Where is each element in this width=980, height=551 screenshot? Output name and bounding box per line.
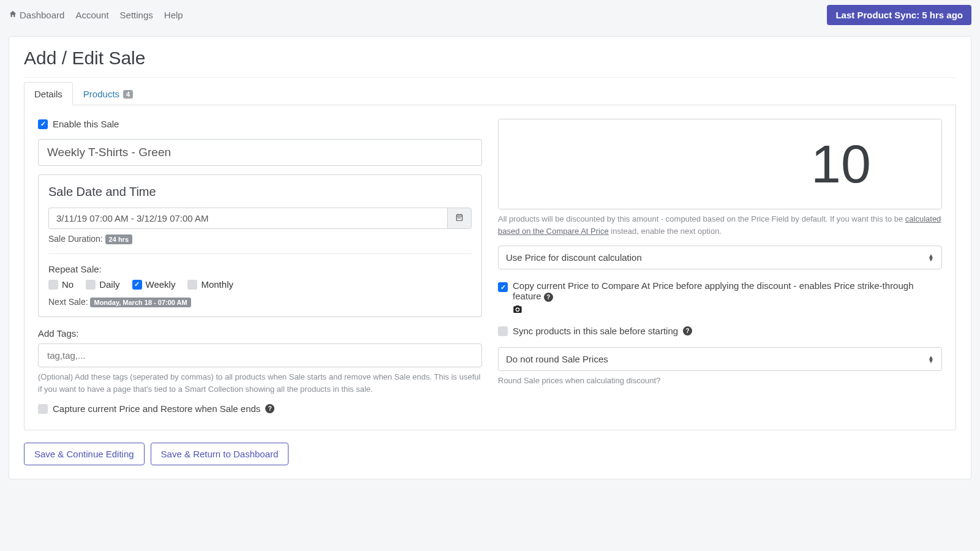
tab-products[interactable]: Products 4 [73, 82, 143, 105]
sync-products-label: Sync products in this sale before starti… [513, 326, 678, 336]
enable-sale-row: Enable this Sale [38, 119, 482, 129]
help-icon[interactable]: ? [544, 293, 553, 302]
capture-price-label: Capture current Price and Restore when S… [53, 403, 260, 414]
tags-label: Add Tags: [38, 328, 482, 339]
discount-help-pre: All products will be discounted by this … [498, 214, 905, 223]
nav-settings[interactable]: Settings [120, 10, 153, 20]
divider [48, 253, 472, 254]
next-sale-row: Next Sale: Monday, March 18 - 07:00 AM [48, 297, 472, 307]
round-select[interactable]: Do not round Sale Prices ▲▼ [498, 347, 942, 371]
left-column: Enable this Sale Sale Date and Time Sale… [38, 119, 482, 424]
enable-sale-label: Enable this Sale [53, 119, 119, 129]
repeat-monthly[interactable]: Monthly [187, 279, 233, 290]
discount-field: % [498, 119, 942, 209]
repeat-weekly-checkbox[interactable] [132, 280, 142, 290]
date-range-group [48, 208, 472, 229]
copy-compare-label-wrap: Copy current Price to Compare At Price b… [513, 280, 942, 316]
sync-products-row: Sync products in this sale before starti… [498, 326, 942, 336]
nav-account[interactable]: Account [75, 10, 108, 20]
repeat-no-checkbox[interactable] [48, 280, 58, 290]
repeat-daily-checkbox[interactable] [86, 280, 96, 290]
copy-compare-label: Copy current Price to Compare At Price b… [513, 280, 914, 301]
next-sale-label: Next Sale: [48, 297, 88, 307]
camera-icon [513, 304, 522, 316]
save-continue-button[interactable]: Save & Continue Editing [24, 443, 145, 465]
right-column: % All products will be discounted by thi… [498, 119, 942, 424]
tags-help: (Optional) Add these tags (seperated by … [38, 371, 482, 395]
discount-help-post: instead, enable the next option. [609, 227, 722, 236]
date-card: Sale Date and Time Sale Duration: 24 hrs… [38, 174, 482, 317]
save-return-button[interactable]: Save & Return to Dashboard [151, 443, 289, 465]
next-sale-value: Monday, March 18 - 07:00 AM [90, 298, 190, 307]
sync-status-badge[interactable]: Last Product Sync: 5 hrs ago [827, 5, 971, 25]
products-count-badge: 4 [123, 90, 133, 99]
topnav: Dashboard Account Settings Help [9, 10, 183, 20]
help-icon[interactable]: ? [683, 326, 692, 335]
tab-details[interactable]: Details [24, 82, 73, 105]
date-picker-button[interactable] [447, 208, 472, 229]
tab-content: Enable this Sale Sale Date and Time Sale… [24, 105, 956, 430]
capture-price-row: Capture current Price and Restore when S… [38, 403, 482, 414]
chevron-updown-icon: ▲▼ [928, 356, 934, 363]
repeat-no-label: No [62, 279, 74, 290]
date-card-title: Sale Date and Time [48, 185, 472, 199]
repeat-weekly[interactable]: Weekly [132, 279, 176, 290]
sync-products-checkbox[interactable] [498, 326, 508, 336]
price-mode-selected: Use Price for discount calculation [506, 252, 642, 263]
home-icon [9, 10, 17, 20]
discount-amount-input[interactable] [499, 119, 942, 209]
chevron-updown-icon: ▲▼ [928, 254, 934, 261]
nav-dashboard[interactable]: Dashboard [9, 10, 64, 20]
tabs: Details Products 4 [24, 81, 956, 105]
repeat-weekly-label: Weekly [146, 279, 176, 290]
sale-duration-label: Sale Duration: [48, 234, 103, 244]
main-panel: Add / Edit Sale Details Products 4 Enabl… [9, 36, 971, 479]
repeat-daily[interactable]: Daily [86, 279, 119, 290]
enable-sale-checkbox[interactable] [38, 119, 48, 129]
sale-name-input[interactable] [38, 139, 482, 166]
repeat-options: No Daily Weekly Monthly [48, 279, 472, 290]
discount-help: All products will be discounted by this … [498, 213, 942, 237]
repeat-monthly-label: Monthly [201, 279, 233, 290]
calendar-icon [455, 213, 464, 223]
copy-compare-checkbox[interactable] [498, 282, 508, 292]
page-title: Add / Edit Sale [24, 48, 956, 69]
tags-input[interactable] [38, 343, 482, 367]
topbar: Dashboard Account Settings Help Last Pro… [0, 0, 980, 30]
help-icon[interactable]: ? [265, 404, 274, 413]
capture-price-checkbox[interactable] [38, 404, 48, 414]
tab-products-label: Products [83, 89, 119, 99]
date-range-input[interactable] [48, 208, 447, 229]
repeat-label: Repeat Sale: [48, 264, 472, 274]
action-buttons: Save & Continue Editing Save & Return to… [24, 443, 956, 465]
round-selected: Do not round Sale Prices [506, 354, 608, 364]
repeat-no[interactable]: No [48, 279, 74, 290]
repeat-monthly-checkbox[interactable] [187, 280, 197, 290]
nav-help[interactable]: Help [164, 10, 183, 20]
tab-details-label: Details [34, 89, 62, 99]
price-mode-select[interactable]: Use Price for discount calculation ▲▼ [498, 246, 942, 269]
sale-duration-value: 24 hrs [105, 234, 132, 244]
repeat-daily-label: Daily [99, 279, 119, 290]
nav-dashboard-label: Dashboard [20, 10, 64, 20]
round-help: Round Sale prices when calculating disco… [498, 375, 942, 387]
copy-compare-row: Copy current Price to Compare At Price b… [498, 280, 942, 316]
sale-duration-row: Sale Duration: 24 hrs [48, 234, 472, 244]
divider [24, 77, 956, 78]
